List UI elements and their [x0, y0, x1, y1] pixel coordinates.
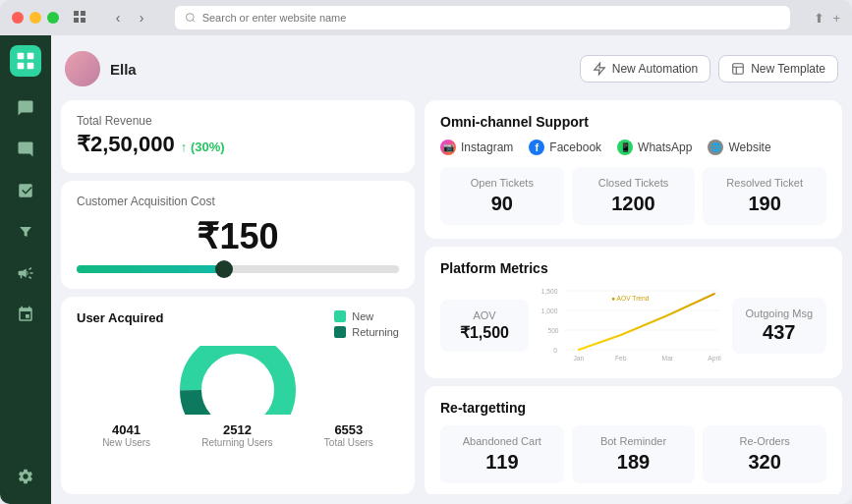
- revenue-change: ↑ (30%): [181, 140, 225, 154]
- channel-facebook: f Facebook: [529, 140, 601, 155]
- new-template-button[interactable]: New Template: [718, 55, 838, 83]
- left-column: Total Revenue ₹2,50,000 ↑ (30%) Customer…: [61, 100, 415, 494]
- maximize-button[interactable]: [47, 12, 59, 24]
- omni-header: Omni-channel Support: [440, 114, 826, 130]
- svg-text:Jan: Jan: [573, 355, 584, 362]
- svg-point-10: [191, 346, 285, 415]
- re-orders-label: Re-Orders: [714, 435, 815, 447]
- legend-returning-dot: [334, 326, 346, 338]
- svg-text:● AOV Trend: ● AOV Trend: [611, 295, 650, 302]
- legend-returning: Returning: [334, 326, 399, 338]
- add-tab-icon[interactable]: +: [832, 11, 840, 26]
- bot-reminder-box: Bot Reminder 189: [572, 425, 696, 483]
- window-chrome: ‹ › ⬆ +: [0, 0, 852, 35]
- user-card-header: User Acquired New Returning: [77, 310, 399, 338]
- slider-thumb: [215, 260, 233, 278]
- minimize-button[interactable]: [29, 12, 41, 24]
- open-tickets-label: Open Tickets: [452, 177, 552, 189]
- svg-rect-0: [74, 11, 79, 16]
- aov-label: AOV: [454, 309, 515, 321]
- returning-users-stat: 2512 Returning Users: [201, 422, 272, 448]
- legend: New Returning: [334, 310, 399, 338]
- closed-tickets-box: Closed Tickets 1200: [572, 167, 696, 225]
- re-orders-box: Re-Orders 320: [703, 425, 826, 483]
- new-automation-button[interactable]: New Automation: [580, 55, 710, 83]
- cac-slider[interactable]: [77, 265, 399, 273]
- abandoned-cart-label: Abandoned Cart: [452, 435, 552, 447]
- svg-text:0: 0: [553, 347, 557, 354]
- resolved-tickets-box: Resolved Ticket 190: [703, 167, 826, 225]
- closed-tickets-num: 1200: [584, 193, 684, 215]
- resolved-tickets-num: 190: [714, 193, 815, 215]
- outgoing-label: Outgoing Msg: [746, 308, 813, 319]
- outgoing-box: Outgoing Msg 437: [732, 298, 826, 354]
- channel-whatsapp: 📱 WhatsApp: [617, 140, 692, 155]
- svg-rect-5: [18, 53, 25, 60]
- sidebar-item-message[interactable]: [8, 132, 43, 167]
- sidebar-item-inbox[interactable]: [8, 173, 43, 208]
- sidebar-item-connect[interactable]: [8, 297, 43, 332]
- sidebar-item-filter[interactable]: [8, 214, 43, 250]
- avatar: [65, 51, 100, 86]
- revenue-card: Total Revenue ₹2,50,000 ↑ (30%): [61, 100, 415, 173]
- user-stats: 4041 New Users 2512 Returning Users 6553…: [77, 422, 399, 448]
- new-users-stat: 4041 New Users: [102, 422, 150, 448]
- sidebar-item-chat[interactable]: [8, 90, 43, 126]
- svg-text:1,000: 1,000: [541, 308, 558, 314]
- bot-reminder-label: Bot Reminder: [584, 435, 684, 447]
- retarget-row: Abandoned Cart 119 Bot Reminder 189 Re-O…: [440, 425, 826, 483]
- re-orders-num: 320: [714, 451, 815, 474]
- svg-rect-7: [18, 63, 25, 70]
- address-input[interactable]: [202, 12, 781, 24]
- channels: 📷 Instagram f Facebook 📱 WhatsApp 🌐: [440, 140, 826, 155]
- svg-rect-6: [28, 53, 34, 60]
- abandoned-cart-box: Abandoned Cart 119: [440, 425, 564, 483]
- aov-value: ₹1,500: [454, 323, 515, 342]
- open-tickets-box: Open Tickets 90: [440, 167, 564, 225]
- sidebar-item-settings[interactable]: [8, 459, 43, 494]
- svg-text:April: April: [708, 355, 721, 363]
- forward-button[interactable]: ›: [132, 8, 151, 28]
- retarget-header: Re-targetting: [440, 400, 826, 416]
- back-button[interactable]: ‹: [108, 8, 128, 28]
- svg-text:Feb: Feb: [615, 355, 627, 362]
- user-info: Ella: [65, 51, 137, 86]
- svg-rect-3: [81, 18, 85, 23]
- closed-tickets-label: Closed Tickets: [584, 177, 684, 189]
- grid-icon: [73, 10, 88, 26]
- platform-content: AOV ₹1,500: [440, 286, 826, 364]
- aov-box: AOV ₹1,500: [440, 300, 529, 352]
- platform-header: Platform Metrics: [440, 260, 826, 276]
- total-users-stat: 6553 Total Users: [324, 422, 373, 448]
- svg-text:Mar: Mar: [662, 355, 674, 362]
- svg-rect-2: [74, 18, 79, 23]
- tickets-row: Open Tickets 90 Closed Tickets 1200 Reso…: [440, 167, 826, 225]
- user-acquired-card: User Acquired New Returning: [61, 297, 415, 494]
- app-logo: [10, 45, 41, 77]
- svg-text:1,500: 1,500: [541, 288, 558, 295]
- close-button[interactable]: [12, 12, 24, 24]
- sidebar-bottom: [8, 459, 43, 494]
- address-bar[interactable]: [175, 6, 790, 29]
- channel-instagram: 📷 Instagram: [440, 140, 513, 155]
- svg-rect-8: [28, 63, 34, 70]
- bot-reminder-num: 189: [584, 451, 684, 474]
- resolved-tickets-label: Resolved Ticket: [714, 177, 815, 189]
- legend-new: New: [334, 310, 399, 322]
- window-nav: ‹ ›: [108, 8, 151, 28]
- slider-fill: [77, 265, 222, 273]
- platform-metrics-card: Platform Metrics AOV ₹1,500: [425, 247, 842, 378]
- traffic-lights: [12, 12, 59, 24]
- retargeting-card: Re-targetting Abandoned Cart 119 Bot Rem…: [425, 386, 842, 494]
- whatsapp-icon: 📱: [617, 140, 633, 155]
- sidebar: [0, 35, 51, 504]
- header: Ella New Automation New Template: [61, 45, 842, 92]
- revenue-value: ₹2,50,000 ↑ (30%): [77, 132, 399, 157]
- svg-text:500: 500: [547, 327, 558, 334]
- main-content: Ella New Automation New Template Total R…: [51, 35, 852, 504]
- aov-chart: 1,500 1,000 500 0 ● AOV Trend Jan Fe: [537, 286, 724, 364]
- slider-track: [77, 265, 399, 273]
- user-acquired-label: User Acquired: [77, 310, 163, 325]
- sidebar-item-megaphone[interactable]: [8, 255, 43, 291]
- cac-value: ₹150: [77, 216, 399, 257]
